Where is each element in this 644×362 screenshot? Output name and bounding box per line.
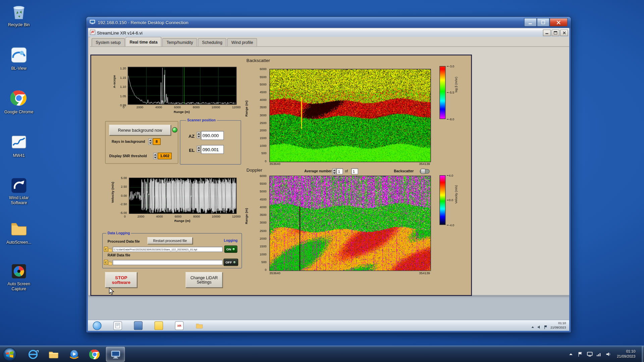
scanner-position-group: Scanner position AZ 090.000 EL 090.001 [180,120,241,165]
remote-streamline-xr-icon[interactable]: XR [175,321,184,330]
axis-tick-label: 12000 [232,215,241,218]
drive-c-icon[interactable]: C [104,247,108,252]
remote-window-icon[interactable] [134,321,143,330]
tray-expand-icon[interactable] [568,351,574,357]
remote-volume-icon[interactable] [537,323,541,327]
taskbar-clock[interactable]: 01:10 21/09/2023 [617,349,635,359]
average-number-label: Average number [304,169,332,173]
snr-threshold-label: Display SNR threshold [109,154,147,158]
app-maximize-button[interactable] [551,29,559,36]
tab-wind-profile[interactable]: Wind profile [227,38,257,46]
browse-folder-icon[interactable] [108,247,112,252]
az-value[interactable]: 090.000 [201,131,224,140]
processed-path-field[interactable]: C:\Lidar\Data\Proc\2023\202309\20230921\… [113,247,223,252]
backscatter-y-axis-label: Range (m) [245,101,249,117]
average-number-value[interactable]: 1 [336,168,343,174]
remote-flag-icon[interactable] [544,323,548,327]
remote-folder-icon[interactable] [196,321,203,329]
renew-background-button[interactable]: Renew background now [109,125,171,135]
average-number-spinner[interactable] [332,168,336,175]
remote-document-icon[interactable] [113,321,122,330]
restart-processed-file-button[interactable]: Restart processed file [148,237,193,244]
desktop-icon-recycle-bin[interactable]: Recycle Bin [3,2,35,28]
doppler-title: Doppler [247,168,262,173]
backscatter-heatmap [269,69,431,162]
desktop-icon-bl-view[interactable]: BL-View [3,46,35,71]
backscatter-doppler-toggle[interactable] [420,169,429,173]
rdp-minimize-button[interactable] [524,18,537,27]
bl-view-icon [10,46,28,64]
axis-tick-label: 12000 [232,106,241,109]
axis-tick-label: 5500 [260,182,266,186]
desktop-icon-mw41[interactable]: MW41 [3,133,35,159]
stop-software-button[interactable]: STOP software [105,272,137,288]
tab-temp-humidity[interactable]: Temp/humidity [162,38,197,46]
desktop-icon-auto-screen-capture[interactable]: Auto Screen Capture [3,263,35,292]
raw-logging-off-switch[interactable]: OFF [223,258,238,266]
rdp-close-button[interactable] [549,18,568,27]
raw-path-field[interactable] [113,260,223,265]
tab-real-time-data[interactable]: Real time data [125,37,162,46]
tab-scheduling[interactable]: Scheduling [198,38,226,46]
el-value[interactable]: 090.001 [201,145,224,154]
taskbar-media-player-icon[interactable] [65,347,83,361]
tab-strip: System setup Real time data Temp/humidit… [90,37,569,47]
rdp-titlebar[interactable]: 192.168.0.150 - Remote Desktop Connectio… [86,17,571,28]
backscatter-colorbar-ticks: -3.0-5.5-8.0 [447,64,459,121]
rdp-remote-desktop: StreamLine XR v14-6.vi System setup Real… [88,28,569,331]
tray-network-icon[interactable] [596,351,602,357]
change-lidar-settings-button[interactable]: Change LiDAR Settings [185,272,222,288]
axis-tick-label: 5500 [260,75,266,79]
rays-spinner[interactable] [148,138,152,145]
rdp-window: 192.168.0.150 - Remote Desktop Connectio… [86,16,571,333]
snr-spinner[interactable] [153,153,157,160]
taskbar-ie-icon[interactable] [24,347,42,361]
colorbar-tick-label: -8.0 [447,117,459,121]
axis-tick-label: 1.20 [120,66,126,70]
data-logging-title: Data Logging [106,231,131,235]
taskbar-rdp-active-icon[interactable] [106,347,125,362]
rdp-maximize-button[interactable] [537,18,549,27]
browse-folder-icon[interactable] [108,260,112,265]
colorbar-tick-label: 4.0 [447,174,459,177]
remote-browser-icon[interactable] [93,321,102,330]
tray-flag-icon[interactable] [578,351,583,357]
taskbar-chrome-icon[interactable] [86,347,104,361]
average-total-value[interactable]: 1 [351,168,358,174]
az-spinner[interactable] [197,132,201,138]
desktop-icon-autoscreen[interactable]: AutoScreen... [3,220,35,245]
logging-label: Logging [224,238,237,242]
axis-tick-label: 2500 [260,121,266,125]
remote-clock[interactable]: 01:10 21/09/2023 [550,321,566,329]
remote-tray-expand-icon[interactable] [531,323,535,327]
start-button[interactable] [2,347,17,361]
desktop-icon-google-chrome[interactable]: Google Chrome [3,89,35,115]
remote-notes-icon[interactable] [154,321,163,330]
rays-value[interactable]: 8 [153,138,161,145]
desktop-icon-wind-lidar[interactable]: Wind Lidar Software [3,177,35,205]
snr-value[interactable]: 1.002 [158,153,172,160]
system-tray: 01:10 21/09/2023 [568,346,644,362]
app-titlebar[interactable]: StreamLine XR v14-6.vi [88,28,569,37]
axis-tick-label: -5.00 [120,211,127,215]
backscatter-toggle-label: Backscatter [394,169,414,173]
scanner-position-title: Scanner position [186,118,217,122]
taskbar-explorer-icon[interactable] [44,347,62,361]
axis-tick-label: 0.00 [121,193,127,197]
show-desktop-button[interactable] [642,346,644,362]
colorbar-tick-label: -3.0 [447,64,459,68]
tray-volume-icon[interactable] [606,351,611,357]
backscatter-x-labels: 353640 354139 [269,162,430,166]
processed-logging-on-switch[interactable]: ON [224,245,237,253]
tab-system-setup[interactable]: System setup [92,38,125,46]
tray-display-icon[interactable] [587,351,593,357]
app-close-button[interactable] [560,29,568,36]
axis-tick-label: 8000 [193,106,200,109]
doppler-y-axis-label: Range (m) [245,208,249,224]
app-minimize-button[interactable] [543,29,551,36]
el-spinner[interactable] [197,146,201,153]
drive-c-icon[interactable]: C [104,260,108,265]
processed-data-file-label: Processed Data file [108,239,140,243]
mouse-cursor [109,287,114,297]
velocity-x-ticks: 020004000600080001000012000 [124,215,241,218]
